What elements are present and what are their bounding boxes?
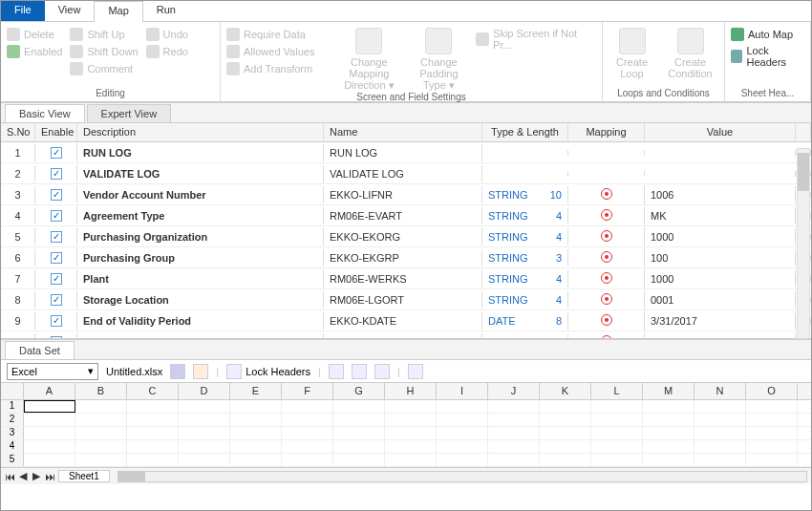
btn-change-mapping[interactable]: Change Mapping Direction ▾ [336,28,401,92]
cell-enable[interactable]: ✓ [35,248,77,266]
col-header[interactable]: L [591,383,643,399]
cell[interactable] [488,414,540,426]
cell[interactable] [540,427,591,439]
cell[interactable] [127,400,179,413]
cell[interactable] [282,427,333,439]
cell-mapping[interactable] [568,311,645,330]
btn-redo[interactable]: Redo [163,46,188,57]
sheet-tab-1[interactable]: Sheet1 [58,470,110,482]
cell[interactable] [179,454,230,466]
cell[interactable] [694,440,746,453]
cell[interactable] [488,454,540,466]
menu-file[interactable]: File [1,1,45,21]
btn-undo[interactable]: Undo [163,29,188,40]
cell[interactable] [282,400,333,413]
cell[interactable] [127,414,179,426]
cell[interactable] [179,400,230,413]
cell-type[interactable]: STRING3 [482,249,568,266]
cell[interactable] [385,440,437,453]
cell-mapping[interactable] [568,248,645,267]
sheet-nav-next-icon[interactable]: ▶ [32,470,41,482]
table-row[interactable]: 6✓Purchasing GroupEKKO-EKGRPSTRING3100 [1,247,811,268]
cell-type[interactable] [482,150,568,156]
ds-tool-2-icon[interactable] [352,364,367,379]
cell[interactable] [333,427,385,439]
cell[interactable] [643,400,694,413]
btn-lockheaders[interactable]: Lock Headers [746,45,804,68]
cell-enable[interactable]: ✓ [35,290,77,309]
cell[interactable] [591,427,643,439]
cell-type[interactable]: STRING4 [482,291,568,309]
cell[interactable] [437,440,488,453]
row-header[interactable]: 4 [1,440,24,453]
cell-type[interactable]: STRING10 [482,186,568,203]
btn-shiftup[interactable]: Shift Up [87,29,124,40]
cell[interactable] [179,440,230,453]
cell[interactable] [230,427,282,439]
cell-value[interactable]: NT30 [645,333,796,339]
btn-require[interactable]: Require Data [244,29,306,40]
row-header[interactable]: 2 [1,414,24,426]
cell[interactable] [746,400,798,413]
col-header[interactable]: I [437,383,488,399]
cell[interactable] [540,454,591,466]
cell[interactable] [333,454,385,466]
cell[interactable] [437,454,488,466]
cell[interactable] [179,414,230,426]
cell[interactable] [333,440,385,453]
col-header[interactable]: O [746,383,798,399]
cell[interactable] [643,440,694,453]
btn-comment[interactable]: Comment [87,63,133,75]
table-row[interactable]: 1✓RUN LOGRUN LOG [1,142,811,163]
btn-skip[interactable]: Skip Screen if Not Pr... [493,28,596,51]
open-icon[interactable] [193,364,208,379]
tab-expert-view[interactable]: Expert View [87,104,172,122]
col-enable[interactable]: Enable [35,123,77,141]
btn-create-condition[interactable]: Create Condition [663,28,718,79]
col-header[interactable]: H [385,383,437,399]
cell-mapping[interactable] [568,185,645,204]
btn-addtx[interactable]: Add Transform [244,63,312,75]
cell-type[interactable]: STRING4 [482,333,568,339]
row-header[interactable]: 5 [1,454,24,466]
cell[interactable] [230,454,282,466]
col-header[interactable]: G [333,383,385,399]
col-header[interactable]: C [127,383,179,399]
cell[interactable] [24,427,75,439]
cell[interactable] [24,400,75,413]
col-header[interactable]: E [230,383,282,399]
row-header[interactable]: 3 [1,427,24,439]
cell[interactable] [24,440,75,453]
cell[interactable] [437,400,488,413]
col-type[interactable]: Type & Length [482,123,568,141]
cell[interactable] [437,414,488,426]
cell[interactable] [333,414,385,426]
cell[interactable] [282,414,333,426]
cell[interactable] [127,427,179,439]
btn-allowed[interactable]: Allowed Values [244,46,314,57]
col-header[interactable]: J [488,383,540,399]
cell[interactable] [24,414,75,426]
col-header[interactable]: B [75,383,127,399]
spreadsheet-body[interactable]: 12345 [1,400,811,467]
cell[interactable] [75,427,127,439]
cell-mapping[interactable] [568,150,645,156]
table-row[interactable]: 9✓End of Validity PeriodEKKO-KDATEDATE83… [1,310,811,331]
cell-type[interactable]: STRING4 [482,207,568,224]
cell[interactable] [540,400,591,413]
ds-tool-4-icon[interactable] [408,364,423,379]
cell[interactable] [230,414,282,426]
btn-automap[interactable]: Auto Map [748,29,793,40]
col-header[interactable]: A [24,383,75,399]
grid-vscroll[interactable] [797,148,810,339]
cell-mapping[interactable] [568,332,645,339]
cell-value[interactable]: 1000 [645,270,796,287]
cell-enable[interactable]: ✓ [35,311,77,330]
cell-type[interactable]: STRING4 [482,270,568,287]
save-icon[interactable] [170,364,185,379]
sheet-nav-prev-icon[interactable]: ◀ [18,470,28,482]
cell-enable[interactable]: ✓ [35,185,77,203]
cell[interactable] [75,440,127,453]
cell[interactable] [75,400,127,413]
cell-enable[interactable]: ✓ [35,164,77,182]
